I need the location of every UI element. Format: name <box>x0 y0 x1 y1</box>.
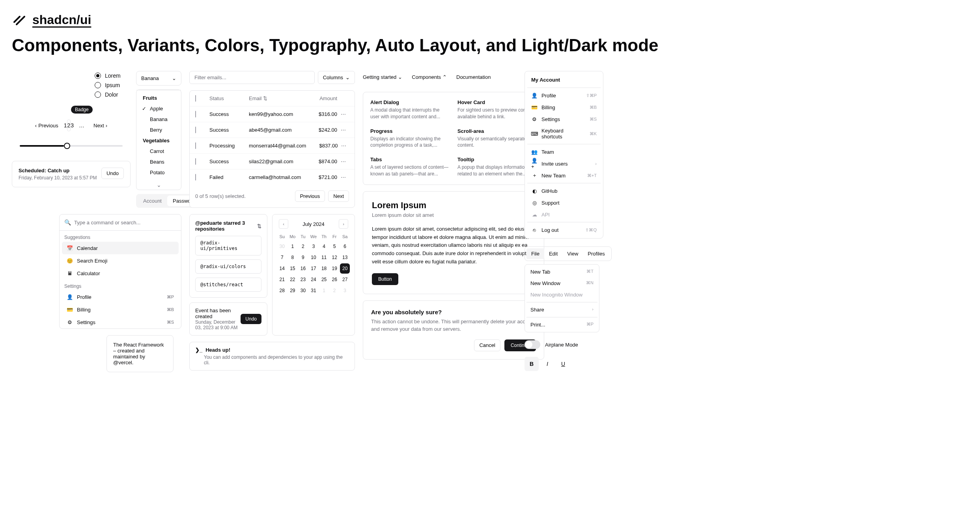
calendar-day[interactable]: 22 <box>288 274 298 285</box>
col-amount[interactable]: Amount <box>306 95 337 101</box>
table-prev-button[interactable]: Previous <box>295 190 325 202</box>
command-input[interactable]: Type a command or search... <box>74 220 140 226</box>
cancel-button[interactable]: Cancel <box>474 339 500 351</box>
select-option[interactable]: Carrot <box>139 146 179 157</box>
calendar-day[interactable]: 2 <box>298 241 308 252</box>
menubar-item[interactable]: Profiles <box>583 248 609 259</box>
undo-button[interactable]: Undo <box>101 168 124 179</box>
calendar-day[interactable]: 29 <box>288 285 298 296</box>
menu-item-logout[interactable]: ⎋ Log out ⇧⌘Q <box>527 224 601 236</box>
col-status[interactable]: Status <box>209 95 249 101</box>
command-item[interactable]: 🖩Calculator <box>62 267 179 280</box>
calendar-day[interactable]: 9 <box>298 252 308 263</box>
nav-item[interactable]: Components ⌃ <box>412 74 447 80</box>
toggle-b[interactable]: B <box>525 357 539 371</box>
row-checkbox[interactable] <box>195 142 196 149</box>
file-menu-item[interactable]: New Window⌘N <box>526 278 597 289</box>
calendar-day[interactable]: 12 <box>330 252 340 263</box>
pagination-page[interactable]: 2 <box>67 119 71 131</box>
select-option[interactable]: Potato <box>139 167 179 178</box>
toggle-i[interactable]: I <box>540 357 554 371</box>
sort-icon[interactable]: ⇅ <box>257 223 261 229</box>
calendar-day[interactable]: 6 <box>340 241 350 252</box>
command-item[interactable]: 😊Search Emoji <box>62 254 179 267</box>
calendar-day[interactable]: 24 <box>309 274 319 285</box>
command-item[interactable]: ⚙Settings⌘S <box>62 316 179 328</box>
calendar-day[interactable]: 30 <box>277 241 287 252</box>
menu-item[interactable]: ◎Support <box>527 197 601 209</box>
calendar-next[interactable]: › <box>339 219 348 229</box>
select-option[interactable]: Berry <box>139 125 179 135</box>
calendar-day[interactable]: 11 <box>319 252 329 263</box>
file-menu-item[interactable]: New Tab⌘T <box>526 266 597 278</box>
menu-item[interactable]: 💳Billing⌘B <box>527 101 601 113</box>
calendar-day[interactable]: 1 <box>319 285 329 296</box>
nav-item[interactable]: Documentation <box>456 74 491 80</box>
columns-button[interactable]: Columns⌄ <box>318 71 355 84</box>
row-actions[interactable]: ⋯ <box>337 174 349 180</box>
col-email[interactable]: Email ⇅ <box>249 95 306 101</box>
row-checkbox[interactable] <box>195 158 196 165</box>
calendar-day[interactable]: 16 <box>298 263 308 274</box>
chevron-down-icon[interactable]: ⌄ <box>136 180 181 190</box>
toggle-u[interactable]: U <box>556 357 570 371</box>
calendar-day[interactable]: 5 <box>330 241 340 252</box>
calendar-day[interactable]: 2 <box>330 285 340 296</box>
row-checkbox[interactable] <box>195 174 196 181</box>
pagination-next[interactable]: Next › <box>90 120 111 131</box>
calendar-day[interactable]: 26 <box>330 274 340 285</box>
calendar-day[interactable]: 31 <box>309 285 319 296</box>
menubar-item[interactable]: File <box>526 248 544 259</box>
radio-option[interactable]: Ipsum <box>95 80 131 90</box>
calendar-day[interactable]: 10 <box>309 252 319 263</box>
filter-input[interactable]: Filter emails... <box>189 71 315 84</box>
calendar-day[interactable]: 25 <box>319 274 329 285</box>
select-option[interactable]: Beans <box>139 157 179 167</box>
button[interactable]: Button <box>372 273 398 285</box>
menu-item[interactable]: ◐GitHub <box>527 185 601 197</box>
calendar-day[interactable]: 8 <box>288 252 298 263</box>
mega-item[interactable]: Alert DialogA modal dialog that interrup… <box>370 99 450 120</box>
radio-option[interactable]: Dolor <box>95 90 131 99</box>
file-menu-item[interactable]: Print...⌘P <box>526 319 597 330</box>
select-all-checkbox[interactable] <box>195 95 196 102</box>
row-actions[interactable]: ⋯ <box>337 111 349 117</box>
command-item[interactable]: 👤Profile⌘P <box>62 291 179 303</box>
mega-item[interactable]: ProgressDisplays an indicator showing th… <box>370 128 450 149</box>
file-menu-item[interactable]: Share› <box>526 304 597 315</box>
menubar-item[interactable]: Edit <box>544 248 562 259</box>
calendar-day[interactable]: 17 <box>309 263 319 274</box>
radio-option[interactable]: Lorem <box>95 71 131 80</box>
calendar-day[interactable]: 19 <box>330 263 340 274</box>
mega-item[interactable]: TabsA set of layered sections of content… <box>370 157 450 177</box>
calendar-day[interactable]: 27 <box>340 274 350 285</box>
command-item[interactable]: 📅Calendar <box>62 242 179 254</box>
calendar-day[interactable]: 1 <box>288 241 298 252</box>
calendar-day[interactable]: 4 <box>319 241 329 252</box>
row-actions[interactable]: ⋯ <box>338 143 349 149</box>
tab[interactable]: Account <box>138 196 167 206</box>
calendar-day[interactable]: 20 <box>340 263 350 274</box>
airplane-switch[interactable] <box>525 340 540 349</box>
calendar-day[interactable]: 14 <box>277 263 287 274</box>
undo-button[interactable]: Undo <box>241 314 261 324</box>
row-checkbox[interactable] <box>195 111 196 117</box>
calendar-day[interactable]: 28 <box>277 285 287 296</box>
calendar-prev[interactable]: ‹ <box>279 219 288 229</box>
command-item[interactable]: 💳Billing⌘B <box>62 303 179 316</box>
menu-item[interactable]: 👥Team <box>527 146 601 158</box>
calendar-day[interactable]: 18 <box>319 263 329 274</box>
calendar-day[interactable]: 7 <box>277 252 287 263</box>
table-next-button[interactable]: Next <box>328 190 349 202</box>
pagination-prev[interactable]: ‹ Previous <box>31 120 62 131</box>
menu-item[interactable]: ⌨Keyboard shortcuts⌘K <box>527 125 601 142</box>
pagination-page[interactable]: 1 <box>64 120 67 131</box>
menu-item[interactable]: 👤+Invite users› <box>527 158 601 170</box>
calendar-day[interactable]: 13 <box>340 252 350 263</box>
menu-item[interactable]: 👤Profile⇧⌘P <box>527 89 601 101</box>
menu-item[interactable]: ⚙Settings⌘S <box>527 113 601 125</box>
select-option[interactable]: Banana <box>139 114 179 125</box>
calendar-day[interactable]: 23 <box>298 274 308 285</box>
calendar-day[interactable]: 30 <box>298 285 308 296</box>
calendar-day[interactable]: 15 <box>288 263 298 274</box>
